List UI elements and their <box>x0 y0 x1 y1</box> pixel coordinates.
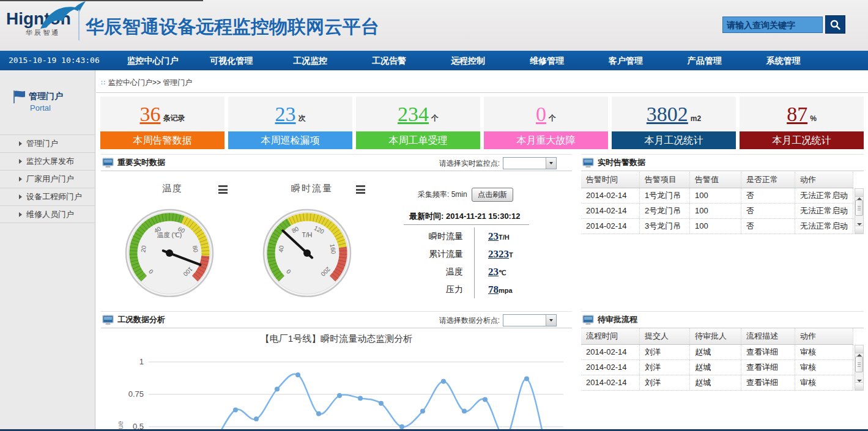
col-header: 待审批人 <box>690 328 741 344</box>
temperature-gauge: 020406080100温度 (℃) <box>124 205 215 297</box>
cell-flow-time: 2014-02-14 <box>581 360 640 375</box>
approval-table: 流程时间 提交人 待审批人 流程描述 动作 2014-02-14 刘洋 赵城 查… <box>581 328 864 391</box>
search-input[interactable] <box>723 17 822 32</box>
nav-item-product[interactable]: 产品管理 <box>665 51 744 70</box>
breadcrumb-divider <box>96 92 868 93</box>
stat-card-condition-rate[interactable]: 87% 本月工况统计 <box>740 97 864 149</box>
stat-value[interactable]: 36 <box>140 104 161 125</box>
reading-row: 温度 23℃ <box>388 263 566 281</box>
stat-card-major-faults[interactable]: 0个 本月重大故障 <box>484 97 608 149</box>
latest-time-label: 最新时间: <box>409 212 443 221</box>
section-realtime-data: 重要实时数据 请选择实时监控点: <box>101 154 572 171</box>
reading-label: 压力 <box>388 281 474 298</box>
stat-unit: m2 <box>691 114 701 123</box>
cell-detail-link[interactable]: 查看详细 <box>741 375 795 390</box>
cell-alarm-value: 100 <box>690 188 741 203</box>
analysis-point-select[interactable] <box>503 314 557 326</box>
stat-unit: 条记录 <box>163 113 185 123</box>
stat-card-work-orders[interactable]: 234个 本周工单受理 <box>356 97 480 149</box>
alarm-row[interactable]: 2014-02-14 3号龙门吊 100 否 无法正常启动 <box>581 219 853 234</box>
cell-action[interactable]: 无法正常启动 <box>795 219 853 234</box>
section-condition-analysis: 工况数据分析 请选择数据分析点: <box>101 311 572 328</box>
scroll-down-icon[interactable] <box>855 226 863 234</box>
alarm-table-scrollbar[interactable] <box>855 188 864 234</box>
reading-unit: ℃ <box>499 269 506 276</box>
stat-unit: % <box>810 114 817 123</box>
scroll-up-icon[interactable] <box>855 345 863 353</box>
cell-is-normal: 否 <box>741 188 795 203</box>
sidebar-item-device-engineer[interactable]: 设备工程师门户 <box>0 188 95 205</box>
scroll-down-icon[interactable] <box>855 382 863 390</box>
col-header: 流程时间 <box>581 328 640 344</box>
top-border-line <box>0 0 203 1</box>
cell-action[interactable]: 无法正常启动 <box>795 204 853 218</box>
nav-item-maintenance[interactable]: 维修管理 <box>507 51 586 70</box>
scroll-up-icon[interactable] <box>855 189 863 197</box>
reading-label: 累计流量 <box>388 245 474 263</box>
menu-hamburger-icon[interactable] <box>218 185 228 196</box>
sidebar-item-maintenance-staff[interactable]: 维修人员门户 <box>0 205 95 223</box>
sidebar-item-factory-user[interactable]: 厂家用户门户 <box>0 170 95 188</box>
cell-audit-link[interactable]: 审核 <box>795 360 853 375</box>
monitor-icon <box>582 158 594 168</box>
section-title: 工况数据分析 <box>117 314 165 325</box>
col-header: 告警项目 <box>640 172 690 188</box>
cell-audit-link[interactable]: 审核 <box>795 345 853 359</box>
nav-item-customer[interactable]: 客户管理 <box>586 51 665 70</box>
sidebar-item-label: 监控大屏发布 <box>26 157 74 166</box>
nav-item-condition-alarm[interactable]: 工况告警 <box>350 51 429 70</box>
search-icon <box>829 19 841 31</box>
stat-label: 本周工单受理 <box>356 131 480 149</box>
svg-text:1: 1 <box>139 357 144 366</box>
analysis-point-select-group: 请选择数据分析点: <box>439 314 557 326</box>
flag-icon <box>11 89 27 105</box>
cell-action[interactable]: 无法正常启动 <box>795 188 853 203</box>
monitor-point-select[interactable] <box>503 157 557 169</box>
gauge-title-flow: 瞬时流量 <box>275 183 349 194</box>
sidebar-item-admin-portal[interactable]: 管理门户 <box>0 134 95 152</box>
nav-item-remote-control[interactable]: 远程控制 <box>429 51 508 70</box>
approval-row[interactable]: 2014-02-14 刘洋 赵城 查看详细 审核 <box>581 375 853 391</box>
nav-item-system[interactable]: 系统管理 <box>744 51 823 70</box>
chevron-down-icon[interactable] <box>546 315 556 326</box>
stat-card-inspection[interactable]: 23次 本周巡检漏项 <box>228 97 352 149</box>
approval-table-header: 流程时间 提交人 待审批人 流程描述 动作 <box>581 328 853 345</box>
approval-row[interactable]: 2014-02-14 刘洋 赵城 查看详细 审核 <box>581 345 853 360</box>
scrollbar-thumb[interactable] <box>855 356 863 372</box>
chevron-down-icon[interactable] <box>546 158 556 169</box>
breadcrumb: ∷监控中心门户>> 管理门户 <box>101 78 192 88</box>
main-content: ∷监控中心门户>> 管理门户 36条记录 本周告警数据 23次 本周巡检漏项 2… <box>96 70 868 431</box>
cell-detail-link[interactable]: 查看详细 <box>741 345 795 359</box>
alarm-row[interactable]: 2014-02-14 1号龙门吊 100 否 无法正常启动 <box>581 188 853 204</box>
cell-detail-link[interactable]: 查看详细 <box>741 360 795 375</box>
stat-value[interactable]: 87 <box>787 104 807 125</box>
stat-card-condition-area[interactable]: 3802m2 本月工况统计 <box>612 97 736 149</box>
menu-hamburger-icon[interactable] <box>356 185 365 196</box>
latest-time-value: 2014-11-21 15:30:12 <box>446 212 520 221</box>
nav-item-condition-monitor[interactable]: 工况监控 <box>271 51 350 70</box>
nav-item-monitor-center[interactable]: 监控中心门户 <box>113 51 192 70</box>
sidebar-item-big-screen[interactable]: 监控大屏发布 <box>0 152 95 170</box>
brand-logo: Hignton 华辰智通 <box>6 10 80 37</box>
nav-timestamp: 2015-10-19 10:43:06 <box>9 51 100 70</box>
scrollbar-thumb[interactable] <box>855 200 863 216</box>
stat-card-alarms[interactable]: 36条记录 本周告警数据 <box>100 97 224 149</box>
nav-item-visualization[interactable]: 可视化管理 <box>192 51 271 70</box>
alarm-row[interactable]: 2014-02-14 2号龙门吊 100 否 无法正常启动 <box>581 204 853 219</box>
refresh-button[interactable]: 点击刷新 <box>472 188 513 202</box>
latest-time-divider <box>404 224 529 225</box>
cell-submitter: 刘洋 <box>640 360 690 375</box>
approval-table-scrollbar[interactable] <box>855 345 864 391</box>
section-realtime-alarms: 实时告警数据 <box>581 154 864 171</box>
cell-audit-link[interactable]: 审核 <box>795 375 853 390</box>
col-header: 告警时间 <box>581 172 640 188</box>
stat-value[interactable]: 234 <box>398 104 429 125</box>
approval-row[interactable]: 2014-02-14 刘洋 赵城 查看详细 审核 <box>581 360 853 375</box>
stat-value[interactable]: 23 <box>275 104 296 125</box>
search-button[interactable] <box>825 15 845 34</box>
cell-alarm-time: 2014-02-14 <box>581 188 640 203</box>
col-header: 告警值 <box>690 172 741 188</box>
stat-value[interactable]: 0 <box>536 104 546 125</box>
stat-value[interactable]: 3802 <box>647 104 688 125</box>
section-title: 重要实时数据 <box>117 157 165 168</box>
